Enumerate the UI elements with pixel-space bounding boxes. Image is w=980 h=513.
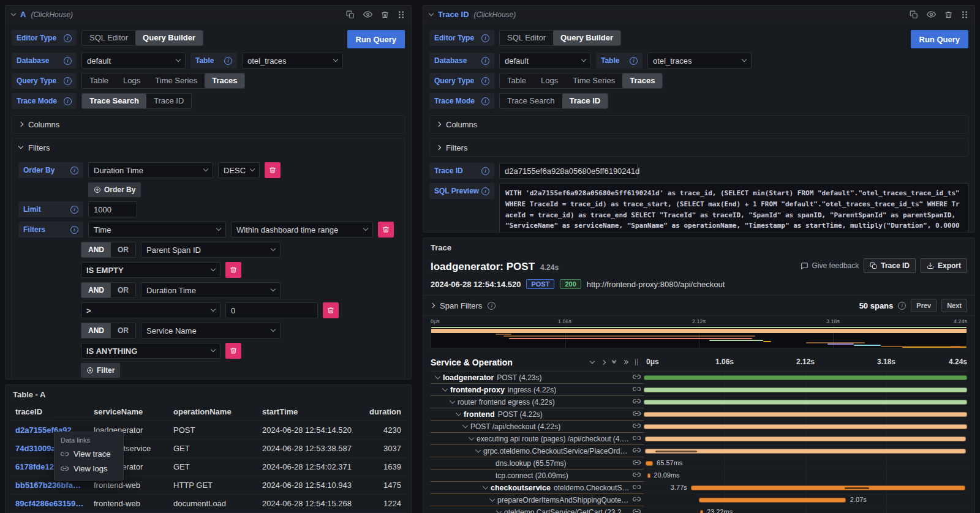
add-order-by-button[interactable]: Order By [88,182,141,197]
span-link-icon[interactable] [633,373,641,383]
span-caret-icon[interactable] [442,386,448,391]
and-option[interactable]: AND [81,323,111,338]
duplicate-icon[interactable] [910,10,918,19]
query-type-table[interactable]: Table [82,73,116,88]
filters-section-header[interactable]: Filters [430,139,968,156]
trace-id-input[interactable]: d2a7155ef6a928a05680e5ff6190241d [499,163,638,179]
info-icon[interactable]: i [481,167,489,175]
table-select[interactable]: otel_traces [242,53,343,69]
collapse-chevron-icon[interactable] [11,10,16,15]
and-option[interactable]: AND [81,242,111,257]
span-caret-icon[interactable] [489,496,495,501]
panel-header[interactable]: A (ClickHouse) [6,6,411,24]
span-gantt-bar[interactable] [644,412,967,417]
eye-icon[interactable] [927,10,936,19]
span-row[interactable]: prepareOrderItemsAndShippingQuoteFromCar… [431,494,967,506]
database-select[interactable]: default [499,53,591,69]
info-icon[interactable]: i [488,302,496,310]
eye-icon[interactable] [363,10,372,19]
next-button[interactable]: Next [941,299,967,312]
info-icon[interactable]: i [70,167,78,174]
span-link-icon[interactable] [633,422,641,432]
span-gantt-bar[interactable] [700,510,703,513]
export-button[interactable]: Export [921,258,967,273]
col-operationname[interactable]: operationName [168,403,257,421]
info-icon[interactable]: i [64,97,72,105]
trace-id-link[interactable]: 89cf4286e631591b4... [10,495,89,513]
filter3-operator-select[interactable]: IS ANYTHING [81,343,221,359]
span-caret-icon[interactable] [462,422,468,428]
sql-editor-option[interactable]: SQL Editor [82,31,135,45]
query-builder-option[interactable]: Query Builder [553,31,620,45]
info-icon[interactable]: i [64,57,72,65]
remove-filter1-button[interactable] [225,262,241,278]
panel-title[interactable]: Trace [423,238,974,252]
span-gantt-bar[interactable] [645,449,966,454]
span-gantt-bar[interactable] [644,400,967,405]
info-icon[interactable]: i [898,302,906,310]
drag-handle-icon[interactable] [398,10,405,19]
span-caret-icon[interactable] [475,447,481,452]
span-link-icon[interactable] [633,410,641,419]
col-starttime[interactable]: startTime [257,403,356,421]
filter2-field-select[interactable]: Duration Time [141,282,281,298]
span-caret-icon[interactable] [469,435,474,440]
collapse-chevron-icon[interactable] [429,10,434,15]
span-row[interactable]: loadgenerator POST (4.23s) [431,372,967,384]
view-trace-link[interactable]: View trace [61,449,117,459]
span-gantt-bar[interactable] [645,436,966,441]
filters-section-header[interactable]: Filters [12,139,404,156]
col-servicename[interactable]: serviceName [89,403,168,421]
filter2-value-input[interactable]: 0 [225,302,318,318]
span-gantt-bar[interactable] [644,388,967,392]
trace-search-option[interactable]: Trace Search [82,94,146,108]
span-link-icon[interactable] [633,483,641,493]
limit-input[interactable]: 1000 [88,201,137,217]
span-row[interactable]: router frontend egress (4.22s) [431,396,967,408]
info-icon[interactable]: i [481,187,489,195]
span-link-icon[interactable] [633,495,641,505]
span-row[interactable]: oteldemo.CartService/GetCart (23.22ms) 2… [431,506,967,513]
query-builder-option[interactable]: Query Builder [135,31,203,45]
or-option[interactable]: OR [111,283,135,298]
remove-time-filter-button[interactable] [378,222,394,238]
expand-one-icon[interactable] [601,359,606,364]
span-gantt-bar[interactable] [644,424,967,429]
query-type-logs[interactable]: Logs [533,73,565,88]
trash-icon[interactable] [944,10,952,19]
info-icon[interactable]: i [64,34,72,42]
span-caret-icon[interactable] [450,398,455,403]
run-query-button[interactable]: Run Query [347,30,405,48]
span-gantt-bar[interactable] [647,473,650,478]
trace-search-option[interactable]: Trace Search [500,94,562,108]
collapse-one-icon[interactable] [590,358,595,363]
run-query-button[interactable]: Run Query [911,30,968,48]
span-gantt-bar[interactable] [691,485,966,490]
span-caret-icon[interactable] [483,484,488,489]
query-type-logs[interactable]: Logs [116,73,148,88]
expand-all-icon[interactable] [623,361,628,364]
span-row[interactable]: frontend-proxy ingress (4.22s) [431,384,967,396]
trash-icon[interactable] [381,10,389,19]
span-link-icon[interactable] [633,471,641,481]
span-row[interactable]: executing api route (pages) /api/checkou… [431,433,967,445]
span-row[interactable]: grpc.oteldemo.CheckoutService/PlaceOrder… [431,445,967,457]
info-icon[interactable]: i [481,97,489,105]
prev-button[interactable]: Prev [911,299,937,312]
filter-time-condition-select[interactable]: Within dashboard time range [231,222,373,238]
columns-section-header[interactable]: Columns [430,116,968,133]
collapse-all-icon[interactable] [612,360,616,364]
or-option[interactable]: OR [111,323,135,338]
duplicate-icon[interactable] [346,10,355,19]
panel-header[interactable]: Trace ID (ClickHouse) [423,6,974,24]
query-type-timeseries[interactable]: Time Series [148,73,205,88]
filter-time-field-select[interactable]: Time [88,222,226,238]
minimap-canvas[interactable] [431,325,967,348]
span-gantt-bar[interactable] [646,461,653,466]
span-row[interactable]: frontend POST (4.22s) [431,408,967,421]
and-option[interactable]: AND [81,283,111,298]
order-by-direction-select[interactable]: DESC [218,162,260,178]
give-feedback-button[interactable]: Give feedback [801,261,859,270]
filter2-operator-select[interactable]: > [81,302,221,318]
table-row[interactable]: 89cf4286e631591b4... frontend-web docume… [10,495,406,513]
